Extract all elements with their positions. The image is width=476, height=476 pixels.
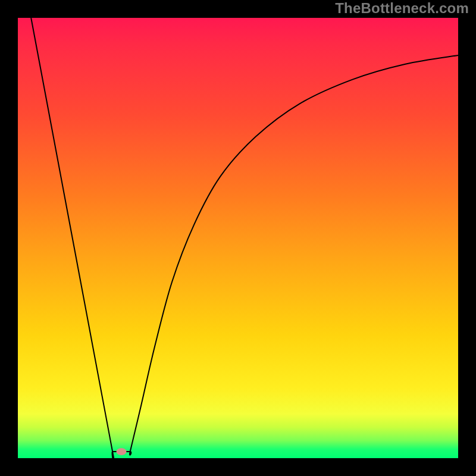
optimal-point-marker [116,448,126,455]
watermark-text: TheBottleneck.com [335,0,469,17]
chart-frame: TheBottleneck.com [0,0,476,476]
curve-line [31,18,458,476]
plot-area [18,18,458,458]
bottleneck-curve [18,18,458,458]
